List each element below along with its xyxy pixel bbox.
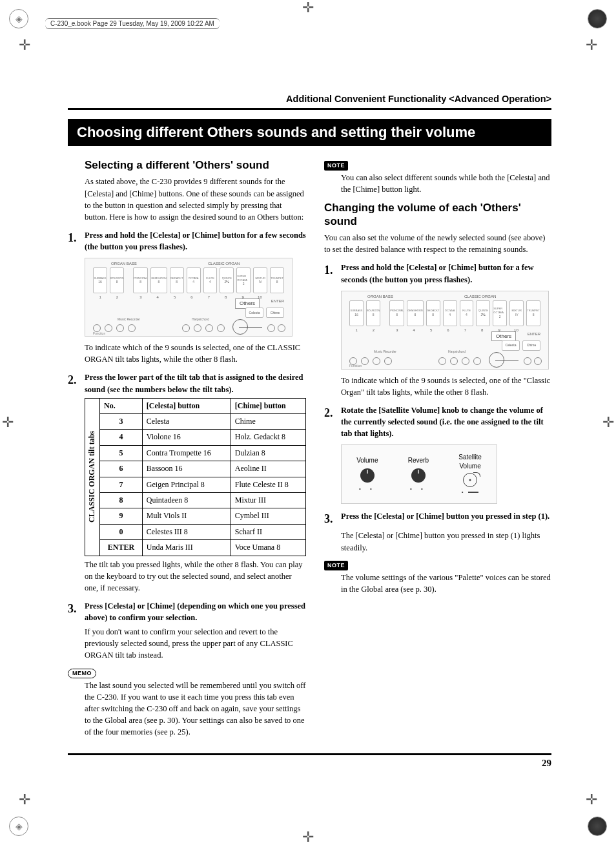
subheading-selecting: Selecting a different 'Others' sound — [85, 159, 306, 172]
panel-tilt-tab: TRUMPET8 — [270, 267, 284, 293]
panel-tilt-tab: MIXTURIV — [509, 300, 524, 326]
satellite-volume-knob-icon — [463, 473, 477, 487]
panel-music-recorder-label: Music Recorder — [118, 317, 140, 322]
reverb-knob-icon — [411, 468, 426, 483]
step-1-number: 1. — [68, 229, 85, 253]
r-step-1-number: 1. — [324, 262, 341, 285]
table-side-label: CLASSIC ORGAN tilt tabs — [87, 431, 98, 523]
table-row: 8Quintadeen 8Mixtur III — [100, 492, 306, 508]
crop-mark-top: ✛ — [300, 0, 316, 16]
panel-label-organbass: ORGAN BASS — [111, 261, 137, 267]
table-row: 4Violone 16Holz. Gedackt 8 — [100, 430, 306, 445]
enter-label-2: ENTER — [528, 331, 540, 337]
table-row: 3CelestaChime — [100, 414, 306, 430]
panel-tilt-tab: SUBBASS16 — [349, 300, 364, 326]
after-table-text: The tilt tab you pressed lights, while t… — [85, 559, 306, 594]
panel-tilt-tab: SUPER OCTAVA2 — [236, 267, 251, 293]
file-info-header: C-230_e.book Page 29 Tuesday, May 19, 20… — [45, 18, 220, 29]
page-number: 29 — [68, 758, 551, 769]
panel-diagram-2: ORGAN BASS CLASSIC ORGAN SUBBASS16BOURDO… — [341, 291, 549, 370]
note-badge-2: NOTE — [324, 561, 348, 570]
table-row: 0Celestes III 8Scharf II — [100, 524, 306, 539]
panel-tilt-tab: SUBBASS16 — [93, 267, 107, 293]
crop-mark-br2: ✛ — [584, 792, 599, 808]
panel-tilt-tab: PRINCIPAL8 — [389, 300, 404, 326]
r-step-1-body: To indicate which of the 9 sounds is sel… — [341, 375, 551, 398]
volume-knob-icon — [360, 468, 375, 483]
r-step-1-text: Press and hold the [Celesta] or [Chime] … — [341, 262, 551, 285]
crop-mark-bottom: ✛ — [300, 829, 316, 845]
others-sounds-table: No. [Celesta] button [Chime] button 3Cel… — [99, 398, 306, 556]
panel-tilt-tab: GEMSHORN8 — [150, 267, 167, 293]
print-reg-bottom-left: ◈ — [9, 817, 28, 836]
panel-tilt-tab: QUINTE2⅔ — [476, 300, 490, 326]
table-row: 9Mult Viols IICymbel III — [100, 508, 306, 524]
panel2-function-label: Function — [349, 364, 362, 368]
panel-tilt-tab: MIXTURIV — [253, 267, 267, 293]
r-step-2-text: Rotate the [Satellite Volume] knob to ch… — [341, 404, 551, 439]
panel-tilt-tab: GEDACKT8 — [170, 267, 184, 293]
step-2-text: Press the lower part of the tilt tab tha… — [85, 371, 306, 395]
table-row: ENTERUnda Maris IIIVoce Umana 8 — [100, 540, 306, 556]
panel-tilt-tab: FLUTE4 — [460, 300, 474, 326]
knob-diagram: Volume • • Reverb • • Satellite Volume • — [341, 444, 497, 504]
panel2-label-organbass: ORGAN BASS — [367, 294, 393, 300]
memo-text: The last sound you selected will be reme… — [85, 680, 306, 738]
panel-harpsichord-label: Harpsichord — [192, 317, 209, 322]
crop-mark-tl2: ✛ — [17, 37, 32, 53]
volume-knob-label: Volume — [356, 456, 378, 466]
reverb-knob-label: Reverb — [408, 456, 429, 466]
table-row: 5Contra Trompette 16Dulzian 8 — [100, 445, 306, 461]
panel-celesta-button: Celesta — [245, 308, 263, 318]
bottom-rule — [68, 753, 551, 755]
panel-label-classic: CLASSIC ORGAN — [208, 261, 240, 267]
section-banner: Choosing different Others sounds and set… — [68, 119, 551, 146]
crop-mark-bl2: ✛ — [17, 792, 32, 808]
top-rule — [68, 108, 551, 110]
panel2-celesta-button: Celesta — [502, 340, 520, 351]
intro-paragraph: As stated above, the C-230 provides 9 di… — [85, 176, 306, 223]
panel-tilt-tab: GEMSHORN8 — [407, 300, 424, 326]
th-chime: [Chime] button — [231, 398, 305, 413]
panel-tilt-tab: BOURDON8 — [110, 267, 124, 293]
table-row: 6Bassoon 16Aeoline II — [100, 461, 306, 477]
r-step-3-body: The [Celesta] or [Chime] button you pres… — [341, 530, 551, 553]
step-3-text: Press [Celesta] or [Chime] (depending on… — [85, 600, 306, 623]
th-no: No. — [100, 398, 143, 413]
table-row: 7Geigen Principal 8Flute Celeste II 8 — [100, 477, 306, 492]
panel-tilt-tab: OCTAVA4 — [443, 300, 457, 326]
step-3-number: 3. — [68, 600, 85, 623]
panel-tilt-tab: BOURDON8 — [366, 300, 380, 326]
crop-mark-right: ✛ — [601, 415, 616, 430]
step-3-body: If you don't want to confirm your select… — [85, 626, 306, 661]
memo-badge: MEMO — [68, 669, 96, 678]
panel2-harpsichord-label: Harpsichord — [448, 349, 466, 354]
panel-tilt-tab: OCTAVA4 — [187, 267, 201, 293]
enter-label: ENTER — [271, 298, 284, 304]
panel-tilt-tab: SUPER OCTAVA2 — [493, 300, 507, 326]
panel-tilt-tab: QUINTE2⅔ — [220, 267, 234, 293]
satellite-volume-label: Satellite Volume — [458, 453, 482, 472]
panel-function-label: Function — [93, 331, 105, 336]
print-reg-bottom-right — [588, 817, 607, 836]
panel-tilt-tab: TRUMPET8 — [526, 300, 540, 326]
note-2-text: The volume settings of the various "Pale… — [341, 572, 551, 595]
panel-diagram-1: ORGAN BASS CLASSIC ORGAN SUBBASS16BOURDO… — [85, 258, 293, 337]
r-step-3-number: 3. — [324, 510, 341, 527]
th-celesta: [Celesta] button — [142, 398, 231, 413]
panel2-music-recorder-label: Music Recorder — [374, 349, 396, 354]
crop-mark-left: ✛ — [0, 415, 15, 430]
note-badge-1: NOTE — [324, 161, 348, 171]
subheading-volume: Changing the volume of each 'Others' sou… — [324, 202, 551, 228]
step-1-body: To indicate which of the 9 sounds is sel… — [85, 342, 306, 365]
panel-chime-button: Chime — [266, 308, 284, 318]
note-1-text: You can also select different sounds whi… — [341, 172, 551, 195]
step-2-number: 2. — [68, 371, 85, 395]
panel2-chime-button: Chime — [522, 340, 540, 351]
r-step-2-number: 2. — [324, 404, 341, 439]
print-reg-top-right — [588, 9, 607, 28]
r-step-3-text: Press the [Celesta] or [Chime] button yo… — [341, 510, 549, 527]
print-reg-top-left: ◈ — [9, 9, 28, 28]
step-1-text: Press and hold the [Celesta] or [Chime] … — [85, 229, 306, 253]
intro2-paragraph: You can also set the volume of the newly… — [324, 232, 551, 255]
